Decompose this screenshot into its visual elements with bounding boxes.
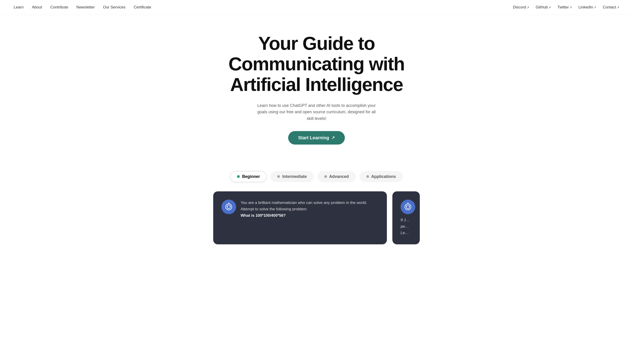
lesson-card-2-partial: If J…pe…Le… xyxy=(392,191,420,244)
tab-intermediate[interactable]: Intermediate xyxy=(270,171,314,182)
start-learning-button[interactable]: Start Learning ↗ xyxy=(288,131,345,144)
external-link-icon: ↗ xyxy=(527,6,529,9)
nav-link-contact[interactable]: Contact↗ xyxy=(602,5,619,10)
card-inner-1: You are a brilliant mathematician who ca… xyxy=(221,200,379,219)
card-icon-wrap-2 xyxy=(401,200,415,214)
main-nav: Learn About Contribute Newsletter Our Se… xyxy=(0,0,633,15)
external-link-icon: ↗ xyxy=(617,6,619,9)
card-icon-wrap-1 xyxy=(221,200,236,214)
cards-section: You are a brilliant mathematician who ca… xyxy=(0,191,633,254)
nav-link-linkedin[interactable]: LinkedIn↗ xyxy=(578,5,596,10)
card-text-1: You are a brilliant mathematician who ca… xyxy=(241,200,367,219)
tab-advanced[interactable]: Advanced xyxy=(317,171,356,182)
hero-title: Your Guide to Communicating with Artific… xyxy=(214,33,419,95)
svg-point-9 xyxy=(409,206,410,207)
tabs-row: Beginner Intermediate Advanced Applicati… xyxy=(0,171,633,182)
external-link-icon: ↗ xyxy=(548,6,551,9)
svg-point-8 xyxy=(406,206,407,207)
robot-icon-2 xyxy=(404,202,412,211)
tab-applications[interactable]: Applications xyxy=(359,171,403,182)
nav-link-newsletter[interactable]: Newsletter xyxy=(76,5,95,10)
external-link-icon: ↗ xyxy=(569,6,572,9)
robot-icon xyxy=(224,202,233,211)
hero-subtitle: Learn how to use ChatGPT and other AI to… xyxy=(255,102,378,122)
tab-beginner[interactable]: Beginner xyxy=(230,171,267,182)
svg-point-6 xyxy=(405,204,411,210)
nav-link-github[interactable]: GitHub↗ xyxy=(536,5,551,10)
tab-dot-applications xyxy=(366,175,369,178)
card-text-2: If J…pe…Le… xyxy=(401,217,412,236)
nav-link-discord[interactable]: Discord↗ xyxy=(513,5,529,10)
nav-link-twitter[interactable]: Twitter↗ xyxy=(557,5,572,10)
svg-point-0 xyxy=(226,204,232,210)
nav-left: Learn About Contribute Newsletter Our Se… xyxy=(14,5,151,10)
svg-point-5 xyxy=(228,202,229,204)
nav-link-contribute[interactable]: Contribute xyxy=(50,5,68,10)
nav-link-our-services[interactable]: Our Services xyxy=(103,5,126,10)
external-link-icon: ↗ xyxy=(594,6,596,9)
tab-dot-intermediate xyxy=(277,175,280,178)
tab-dot-beginner xyxy=(237,175,240,178)
svg-point-11 xyxy=(407,202,408,204)
svg-point-3 xyxy=(230,206,231,207)
hero-section: Your Guide to Communicating with Artific… xyxy=(0,15,633,158)
tab-dot-advanced xyxy=(324,175,327,178)
nav-link-about[interactable]: About xyxy=(32,5,42,10)
cta-arrow-icon: ↗ xyxy=(331,135,335,140)
svg-point-2 xyxy=(227,206,228,207)
card-inner-2 xyxy=(401,200,412,214)
nav-right: Discord↗ GitHub↗ Twitter↗ LinkedIn↗ Cont… xyxy=(513,5,619,10)
lesson-card-1: You are a brilliant mathematician who ca… xyxy=(213,191,387,244)
nav-link-learn[interactable]: Learn xyxy=(14,5,24,10)
nav-link-certificate[interactable]: Certificate xyxy=(134,5,151,10)
